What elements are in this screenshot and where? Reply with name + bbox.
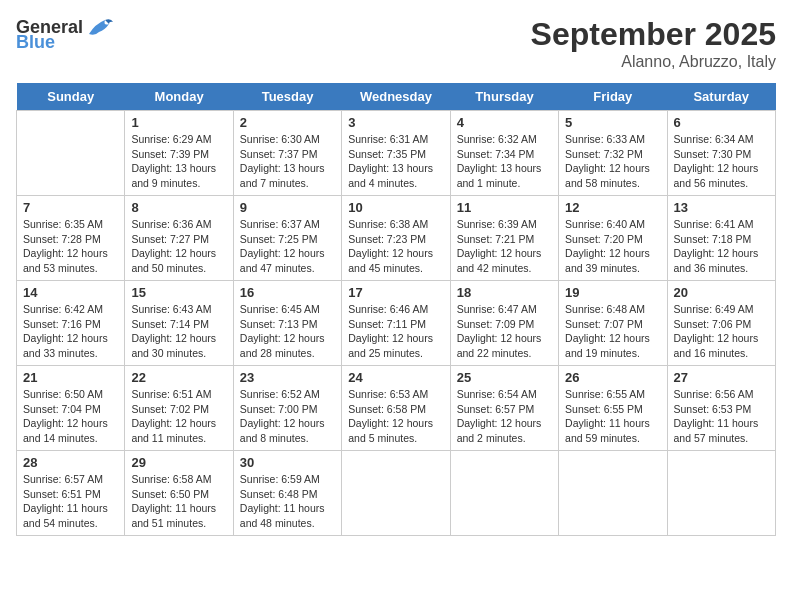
day-cell: 6Sunrise: 6:34 AM Sunset: 7:30 PM Daylig… [667,111,775,196]
day-detail: Sunrise: 6:54 AM Sunset: 6:57 PM Dayligh… [457,387,552,446]
day-number: 14 [23,285,118,300]
day-number: 3 [348,115,443,130]
day-detail: Sunrise: 6:46 AM Sunset: 7:11 PM Dayligh… [348,302,443,361]
day-number: 21 [23,370,118,385]
day-cell: 23Sunrise: 6:52 AM Sunset: 7:00 PM Dayli… [233,366,341,451]
day-number: 16 [240,285,335,300]
day-number: 10 [348,200,443,215]
day-number: 25 [457,370,552,385]
day-detail: Sunrise: 6:58 AM Sunset: 6:50 PM Dayligh… [131,472,226,531]
day-cell: 30Sunrise: 6:59 AM Sunset: 6:48 PM Dayli… [233,451,341,536]
day-cell: 11Sunrise: 6:39 AM Sunset: 7:21 PM Dayli… [450,196,558,281]
day-cell: 7Sunrise: 6:35 AM Sunset: 7:28 PM Daylig… [17,196,125,281]
calendar-table: Sunday Monday Tuesday Wednesday Thursday… [16,83,776,536]
day-detail: Sunrise: 6:56 AM Sunset: 6:53 PM Dayligh… [674,387,769,446]
day-detail: Sunrise: 6:48 AM Sunset: 7:07 PM Dayligh… [565,302,660,361]
day-number: 12 [565,200,660,215]
day-cell: 15Sunrise: 6:43 AM Sunset: 7:14 PM Dayli… [125,281,233,366]
day-detail: Sunrise: 6:32 AM Sunset: 7:34 PM Dayligh… [457,132,552,191]
day-number: 24 [348,370,443,385]
day-cell: 1Sunrise: 6:29 AM Sunset: 7:39 PM Daylig… [125,111,233,196]
day-cell: 21Sunrise: 6:50 AM Sunset: 7:04 PM Dayli… [17,366,125,451]
day-cell: 19Sunrise: 6:48 AM Sunset: 7:07 PM Dayli… [559,281,667,366]
day-cell: 2Sunrise: 6:30 AM Sunset: 7:37 PM Daylig… [233,111,341,196]
day-cell: 29Sunrise: 6:58 AM Sunset: 6:50 PM Dayli… [125,451,233,536]
day-number: 7 [23,200,118,215]
day-cell: 4Sunrise: 6:32 AM Sunset: 7:34 PM Daylig… [450,111,558,196]
week-row-3: 14Sunrise: 6:42 AM Sunset: 7:16 PM Dayli… [17,281,776,366]
day-detail: Sunrise: 6:43 AM Sunset: 7:14 PM Dayligh… [131,302,226,361]
day-cell: 17Sunrise: 6:46 AM Sunset: 7:11 PM Dayli… [342,281,450,366]
day-cell: 25Sunrise: 6:54 AM Sunset: 6:57 PM Dayli… [450,366,558,451]
header-thursday: Thursday [450,83,558,111]
day-number: 18 [457,285,552,300]
day-cell [342,451,450,536]
day-number: 17 [348,285,443,300]
header-monday: Monday [125,83,233,111]
day-number: 23 [240,370,335,385]
day-detail: Sunrise: 6:47 AM Sunset: 7:09 PM Dayligh… [457,302,552,361]
day-number: 2 [240,115,335,130]
day-detail: Sunrise: 6:33 AM Sunset: 7:32 PM Dayligh… [565,132,660,191]
day-number: 15 [131,285,226,300]
day-detail: Sunrise: 6:29 AM Sunset: 7:39 PM Dayligh… [131,132,226,191]
day-cell: 20Sunrise: 6:49 AM Sunset: 7:06 PM Dayli… [667,281,775,366]
day-detail: Sunrise: 6:35 AM Sunset: 7:28 PM Dayligh… [23,217,118,276]
day-detail: Sunrise: 6:39 AM Sunset: 7:21 PM Dayligh… [457,217,552,276]
week-row-1: 1Sunrise: 6:29 AM Sunset: 7:39 PM Daylig… [17,111,776,196]
day-cell [450,451,558,536]
day-number: 27 [674,370,769,385]
week-row-4: 21Sunrise: 6:50 AM Sunset: 7:04 PM Dayli… [17,366,776,451]
day-number: 22 [131,370,226,385]
week-row-2: 7Sunrise: 6:35 AM Sunset: 7:28 PM Daylig… [17,196,776,281]
day-cell: 26Sunrise: 6:55 AM Sunset: 6:55 PM Dayli… [559,366,667,451]
day-number: 1 [131,115,226,130]
day-cell: 22Sunrise: 6:51 AM Sunset: 7:02 PM Dayli… [125,366,233,451]
day-detail: Sunrise: 6:53 AM Sunset: 6:58 PM Dayligh… [348,387,443,446]
header-tuesday: Tuesday [233,83,341,111]
day-cell: 27Sunrise: 6:56 AM Sunset: 6:53 PM Dayli… [667,366,775,451]
day-number: 30 [240,455,335,470]
day-cell: 8Sunrise: 6:36 AM Sunset: 7:27 PM Daylig… [125,196,233,281]
day-cell: 24Sunrise: 6:53 AM Sunset: 6:58 PM Dayli… [342,366,450,451]
day-detail: Sunrise: 6:40 AM Sunset: 7:20 PM Dayligh… [565,217,660,276]
day-number: 9 [240,200,335,215]
day-number: 20 [674,285,769,300]
header-friday: Friday [559,83,667,111]
day-number: 19 [565,285,660,300]
day-detail: Sunrise: 6:52 AM Sunset: 7:00 PM Dayligh… [240,387,335,446]
day-detail: Sunrise: 6:59 AM Sunset: 6:48 PM Dayligh… [240,472,335,531]
header-saturday: Saturday [667,83,775,111]
day-number: 8 [131,200,226,215]
day-detail: Sunrise: 6:37 AM Sunset: 7:25 PM Dayligh… [240,217,335,276]
day-cell: 14Sunrise: 6:42 AM Sunset: 7:16 PM Dayli… [17,281,125,366]
day-cell [667,451,775,536]
logo: General Blue [16,16,113,53]
day-cell: 18Sunrise: 6:47 AM Sunset: 7:09 PM Dayli… [450,281,558,366]
day-detail: Sunrise: 6:36 AM Sunset: 7:27 PM Dayligh… [131,217,226,276]
day-cell [559,451,667,536]
day-number: 6 [674,115,769,130]
weekday-header-row: Sunday Monday Tuesday Wednesday Thursday… [17,83,776,111]
month-title: September 2025 [531,16,776,53]
day-cell: 12Sunrise: 6:40 AM Sunset: 7:20 PM Dayli… [559,196,667,281]
day-detail: Sunrise: 6:55 AM Sunset: 6:55 PM Dayligh… [565,387,660,446]
day-cell [17,111,125,196]
day-detail: Sunrise: 6:34 AM Sunset: 7:30 PM Dayligh… [674,132,769,191]
day-detail: Sunrise: 6:45 AM Sunset: 7:13 PM Dayligh… [240,302,335,361]
day-cell: 5Sunrise: 6:33 AM Sunset: 7:32 PM Daylig… [559,111,667,196]
day-cell: 10Sunrise: 6:38 AM Sunset: 7:23 PM Dayli… [342,196,450,281]
logo-blue: Blue [16,32,55,53]
day-number: 13 [674,200,769,215]
day-number: 11 [457,200,552,215]
day-cell: 13Sunrise: 6:41 AM Sunset: 7:18 PM Dayli… [667,196,775,281]
day-detail: Sunrise: 6:49 AM Sunset: 7:06 PM Dayligh… [674,302,769,361]
day-detail: Sunrise: 6:57 AM Sunset: 6:51 PM Dayligh… [23,472,118,531]
day-number: 5 [565,115,660,130]
day-detail: Sunrise: 6:51 AM Sunset: 7:02 PM Dayligh… [131,387,226,446]
day-cell: 9Sunrise: 6:37 AM Sunset: 7:25 PM Daylig… [233,196,341,281]
day-detail: Sunrise: 6:41 AM Sunset: 7:18 PM Dayligh… [674,217,769,276]
day-detail: Sunrise: 6:50 AM Sunset: 7:04 PM Dayligh… [23,387,118,446]
day-cell: 3Sunrise: 6:31 AM Sunset: 7:35 PM Daylig… [342,111,450,196]
day-detail: Sunrise: 6:30 AM Sunset: 7:37 PM Dayligh… [240,132,335,191]
